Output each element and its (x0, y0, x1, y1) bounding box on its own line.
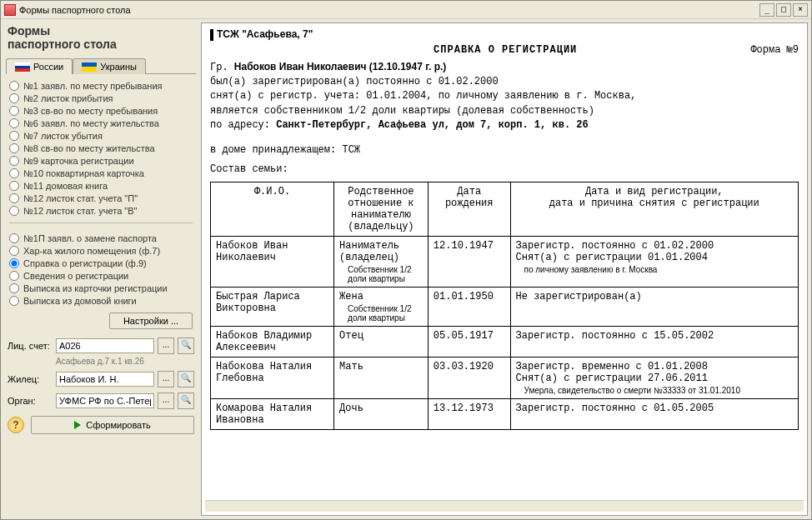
tenant-input[interactable] (56, 372, 154, 387)
app-window: Формы паспортного стола _ □ × Формы пасп… (0, 0, 812, 520)
horizontal-scrollbar[interactable] (205, 500, 804, 512)
form-option[interactable]: №7 листок убытия (9, 131, 194, 141)
help-button[interactable]: ? (8, 417, 24, 433)
doc-person-prefix: Гр. (210, 62, 234, 73)
form-option-label: №1 заявл. по месту пребывания (23, 81, 163, 91)
form-radio[interactable] (9, 106, 19, 116)
account-input[interactable] (56, 338, 154, 353)
form-radio[interactable] (9, 193, 19, 203)
form-radio[interactable] (9, 131, 19, 141)
settings-button[interactable]: Настройки ... (109, 312, 193, 329)
form-option[interactable]: №1 заявл. по месту пребывания (9, 81, 194, 91)
close-button[interactable]: × (793, 3, 808, 17)
form-option-label: №2 листок прибытия (23, 93, 113, 103)
cell-reg: Зарегистр. постоянно с 15.05.2002 (510, 327, 798, 358)
form-option[interactable]: №12 листок стат. учета "П" (9, 193, 194, 203)
org-row: Орган: ... 🔍 (4, 391, 198, 411)
cell-fio: Набоков Владимир Алексеевич (211, 327, 334, 358)
maximize-button[interactable]: □ (776, 3, 791, 17)
form-option-label: Выписка из домовой книги (23, 296, 137, 306)
form-option[interactable]: №11 домовая книга (9, 181, 194, 191)
form-option[interactable]: №10 поквартирная карточка (9, 168, 194, 178)
cell-reg: Не зарегистрирован(а) (510, 288, 798, 327)
doc-title: СПРАВКА О РЕГИСТРАЦИИ (260, 44, 750, 56)
form-radio[interactable] (9, 258, 19, 268)
sidebar-heading: Формы паспортного стола (4, 22, 198, 56)
cell-relation: Отец (334, 327, 429, 358)
form-radio[interactable] (9, 296, 19, 306)
form-option-label: №10 поквартирная карточка (23, 168, 144, 178)
account-label: Лиц. счет: (8, 341, 53, 351)
form-option[interactable]: №1П заявл. о замене паспорта (9, 233, 194, 243)
form-radio[interactable] (9, 283, 19, 293)
form-radio[interactable] (9, 81, 19, 91)
form-radio[interactable] (9, 118, 19, 128)
doc-address-row: по адресу: Санкт-Петербург, Асафьева ул,… (210, 118, 799, 132)
form-radio[interactable] (9, 246, 19, 256)
form-radio[interactable] (9, 143, 19, 153)
table-row: Набокова Наталия ГлебовнаМать03.03.1920З… (211, 358, 799, 399)
cell-reg: Зарегистр. временно с 01.01.2008 Снят(а)… (510, 358, 798, 399)
document-scroll[interactable]: ТСЖ "Асафьева, 7" СПРАВКА О РЕГИСТРАЦИИ … (205, 27, 804, 500)
form-radio[interactable] (9, 156, 19, 166)
account-row: Лиц. счет: ... 🔍 (4, 336, 198, 356)
form-option[interactable]: Хар-ка жилого помещения (ф.7) (9, 246, 194, 256)
cell-relation-sub: Собственник 1/2 доли квартиры (339, 265, 423, 283)
doc-title-row: СПРАВКА О РЕГИСТРАЦИИ Форма №9 (210, 44, 799, 56)
org-search-button[interactable]: 🔍 (178, 392, 194, 409)
form-option[interactable]: №3 св-во по месту пребывания (9, 106, 194, 116)
tenant-label: Жилец: (8, 374, 53, 384)
document-pane: ТСЖ "Асафьева, 7" СПРАВКА О РЕГИСТРАЦИИ … (201, 22, 808, 516)
form-option-label: №9 карточка регистрации (23, 156, 134, 166)
ukraine-flag-icon (82, 62, 97, 72)
form-option[interactable]: №2 листок прибытия (9, 93, 194, 103)
form-radio[interactable] (9, 233, 19, 243)
form-option-label: Справка о регистрации (ф.9) (23, 258, 147, 268)
form-option[interactable]: Сведения о регистрации (9, 271, 194, 281)
forms-list-1: №1 заявл. по месту пребывания№2 листок п… (4, 76, 198, 218)
account-browse-button[interactable]: ... (158, 338, 174, 354)
form-option[interactable]: Выписка из карточки регистрации (9, 283, 194, 293)
form-option-label: №7 листок убытия (23, 131, 103, 141)
tenant-search-button[interactable]: 🔍 (178, 371, 194, 388)
generate-button-label: Сформировать (86, 420, 151, 430)
doc-belongs: в доме принадлежащем: ТСЖ (210, 143, 799, 158)
org-browse-button[interactable]: ... (158, 392, 174, 409)
form-radio[interactable] (9, 206, 19, 216)
sidebar: Формы паспортного стола России Украины №… (4, 22, 198, 516)
form-option[interactable]: №8 св-во по месту жительства (9, 143, 194, 153)
generate-button[interactable]: Сформировать (31, 416, 194, 434)
account-search-button[interactable]: 🔍 (178, 338, 194, 354)
form-option[interactable]: Справка о регистрации (ф.9) (9, 258, 194, 268)
family-header-row: Ф.И.О. Родственное отношение к нанимател… (211, 182, 799, 237)
form-option[interactable]: №6 заявл. по месту жительства (9, 118, 194, 128)
cell-fio: Быстрая Лариса Викторовна (211, 288, 334, 327)
cell-dob: 13.12.1973 (428, 399, 510, 430)
form-radio[interactable] (9, 271, 19, 281)
cell-reg-sub: Умерла, свидетельство о смерти №33333 от… (516, 386, 793, 395)
doc-person-row: Гр. Набоков Иван Николаевич (12.10.1947 … (210, 61, 799, 73)
doc-line-2: снят(а) с регистр. учета: 01.01.2004, по… (210, 89, 799, 103)
form-option-label: №12 листок стат. учета "В" (23, 206, 138, 216)
tenant-browse-button[interactable]: ... (158, 371, 174, 388)
col-reg: Дата и вид регистрации, дата и причина с… (510, 182, 798, 237)
tab-ukraine-label: Украины (100, 62, 137, 72)
col-dob: Дата рождения (428, 182, 510, 237)
col-fio: Ф.И.О. (211, 182, 334, 237)
form-radio[interactable] (9, 181, 19, 191)
form-option[interactable]: №12 листок стат. учета "В" (9, 206, 194, 216)
form-option-label: Выписка из карточки регистрации (23, 283, 168, 293)
cell-fio: Набоков Иван Николаевич (211, 237, 334, 288)
form-option[interactable]: №9 карточка регистрации (9, 156, 194, 166)
minimize-button[interactable]: _ (759, 3, 774, 17)
family-table: Ф.И.О. Родственное отношение к нанимател… (210, 182, 799, 430)
form-option-label: №11 домовая книга (23, 181, 108, 191)
tenant-row: Жилец: ... 🔍 (4, 369, 198, 389)
org-input[interactable] (56, 393, 154, 408)
form-radio[interactable] (9, 168, 19, 178)
tab-russia[interactable]: России (6, 58, 73, 74)
form-radio[interactable] (9, 93, 19, 103)
form-option[interactable]: Выписка из домовой книги (9, 296, 194, 306)
tab-ukraine[interactable]: Украины (73, 58, 146, 74)
doc-org-row: ТСЖ "Асафьева, 7" (210, 28, 799, 41)
